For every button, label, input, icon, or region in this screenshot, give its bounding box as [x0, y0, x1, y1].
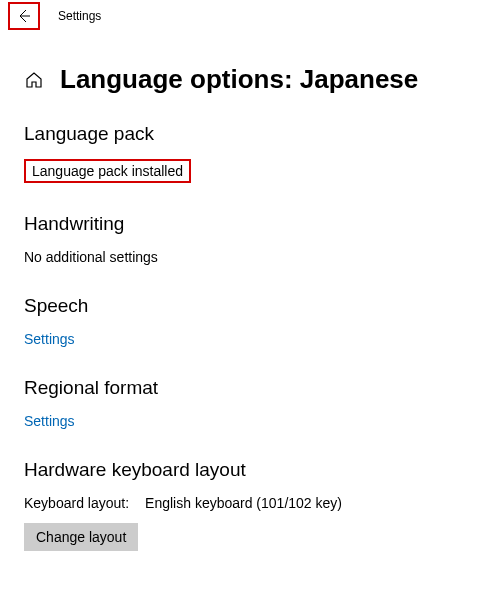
section-hardware: Hardware keyboard layout Keyboard layout… [24, 459, 476, 551]
page-title: Language options: Japanese [60, 64, 418, 95]
keyboard-layout-row: Keyboard layout: English keyboard (101/1… [24, 495, 476, 511]
titlebar: Settings [0, 0, 500, 32]
content-area: Language options: Japanese Language pack… [0, 32, 500, 551]
language-pack-header: Language pack [24, 123, 476, 145]
home-button[interactable] [24, 70, 44, 90]
speech-settings-link[interactable]: Settings [24, 331, 476, 347]
hardware-header: Hardware keyboard layout [24, 459, 476, 481]
app-title: Settings [58, 9, 101, 23]
section-handwriting: Handwriting No additional settings [24, 213, 476, 265]
handwriting-status: No additional settings [24, 249, 476, 265]
handwriting-header: Handwriting [24, 213, 476, 235]
keyboard-layout-value: English keyboard (101/102 key) [145, 495, 342, 511]
section-speech: Speech Settings [24, 295, 476, 347]
keyboard-layout-label: Keyboard layout: [24, 495, 129, 511]
section-language-pack: Language pack Language pack installed [24, 123, 476, 183]
regional-settings-link[interactable]: Settings [24, 413, 476, 429]
page-header: Language options: Japanese [24, 64, 476, 95]
change-layout-button[interactable]: Change layout [24, 523, 138, 551]
home-icon [25, 71, 43, 89]
regional-header: Regional format [24, 377, 476, 399]
section-regional: Regional format Settings [24, 377, 476, 429]
back-arrow-icon [16, 8, 32, 24]
language-pack-status: Language pack installed [24, 159, 191, 183]
speech-header: Speech [24, 295, 476, 317]
back-button[interactable] [8, 2, 40, 30]
